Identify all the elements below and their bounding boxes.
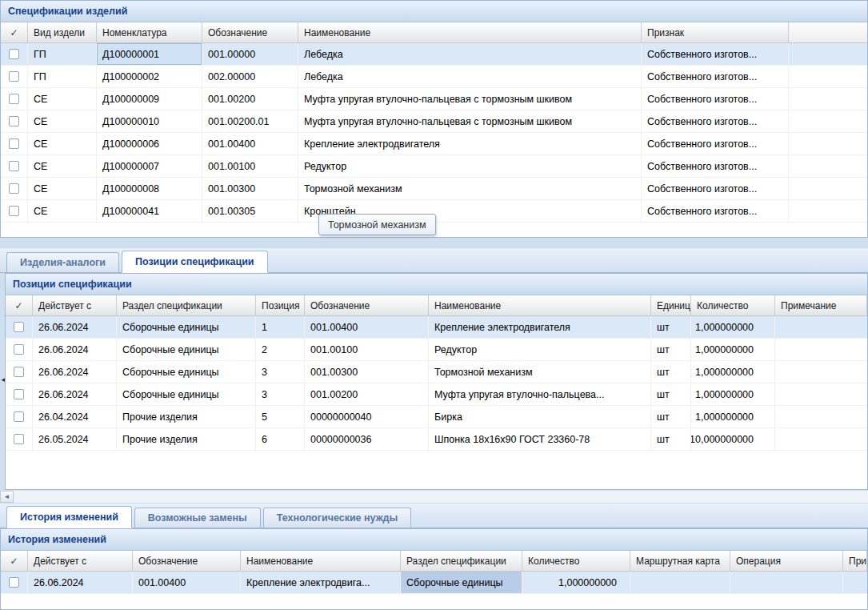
column-header-deystvuet-s[interactable]: Действует с <box>28 551 133 571</box>
table-row[interactable]: ГП Д100000001 001.00000 Лебедка Собствен… <box>1 43 867 66</box>
bottom-tabstrip: История изменений Возможные замены Техно… <box>0 504 868 528</box>
cell-edinitsa: шт <box>651 339 691 360</box>
table-row[interactable]: СЕ Д100000010 001.00200.01 Муфта упругая… <box>1 110 867 133</box>
table-row[interactable]: 26.06.2024 Сборочные единицы 3 001.00300… <box>6 361 867 383</box>
column-header-naimenovanie[interactable]: Наименование <box>298 22 642 42</box>
table-row[interactable]: 26.06.2024 Сборочные единицы 3 001.00200… <box>6 383 867 406</box>
column-header-oboznachenie[interactable]: Обозначение <box>305 295 429 315</box>
cell-primechanie <box>775 339 867 360</box>
column-header-pozitsiya[interactable]: Позиция ▲ <box>256 295 305 315</box>
tooltip: Тормозной механизм <box>318 214 436 235</box>
column-header-naimenovanie[interactable]: Наименование <box>429 295 651 315</box>
row-checkbox-cell <box>1 110 28 132</box>
row-checkbox[interactable] <box>9 71 19 82</box>
row-checkbox-cell <box>1 200 28 222</box>
cell-vid: СЕ <box>28 88 97 110</box>
cell-oboznachenie: 001.00400 <box>305 316 429 338</box>
tab-izdeliya-analogi[interactable]: Изделия-аналоги <box>6 252 119 272</box>
table-row[interactable]: 26.05.2024 Прочие изделия 6 00000000036 … <box>6 428 867 451</box>
tab-istoriya-izmeneniy[interactable]: История изменений <box>6 506 132 528</box>
cell-razdel: Сборочные единицы <box>117 339 256 360</box>
row-checkbox[interactable] <box>9 94 19 104</box>
cell-naimenovanie: Редуктор <box>298 155 642 177</box>
column-header-kolichestvo[interactable]: Количество <box>691 295 775 315</box>
column-header-naimenovanie[interactable]: Наименование <box>241 551 401 571</box>
row-checkbox[interactable] <box>9 577 19 588</box>
row-checkbox[interactable] <box>9 206 19 216</box>
row-checkbox[interactable] <box>14 367 24 377</box>
table-row[interactable]: СЕ Д100000009 001.00200 Муфта упругая вт… <box>1 88 867 110</box>
select-all-header[interactable]: ✓ <box>1 551 28 571</box>
cell-priznak: Собственного изготов... <box>642 178 789 199</box>
cell-operatsiya <box>730 572 843 593</box>
cell-oboznachenie: 001.00400 <box>133 572 241 593</box>
column-header-priznak[interactable]: Признак <box>642 22 789 42</box>
cell-oboznachenie: 001.00200 <box>202 88 298 110</box>
cell-priznak: Собственного изготов... <box>642 133 789 155</box>
row-checkbox[interactable] <box>9 138 19 149</box>
cell-nomenklatura: Д100000007 <box>97 155 202 177</box>
column-header-oboznachenie[interactable]: Обозначение <box>133 551 241 571</box>
column-header-primechanie[interactable]: Примечание <box>775 295 867 315</box>
horizontal-scrollbar[interactable]: ◄ <box>0 490 868 503</box>
tab-vozmozhnye-zameny[interactable]: Возможные замены <box>134 508 261 528</box>
scroll-left-button[interactable]: ◄ <box>0 491 14 503</box>
cell-kolichestvo: 10,000000000 <box>691 428 775 450</box>
scroll-left-icon: ◄ <box>4 493 10 500</box>
spec-panel-title: Спецификации изделий <box>8 6 127 17</box>
column-header-operatsiya[interactable]: Операция <box>730 551 843 571</box>
row-checkbox[interactable] <box>9 116 19 126</box>
cell-nomenklatura: Д100000008 <box>97 178 202 199</box>
select-all-header[interactable]: ✓ <box>1 22 28 42</box>
positions-panel-header: Позиции спецификации <box>6 274 867 295</box>
cell-nomenklatura: Д100000006 <box>97 133 202 155</box>
column-header-razdel[interactable]: Раздел спецификации <box>117 295 256 315</box>
row-checkbox[interactable] <box>14 389 24 399</box>
cell-deystvuet-s: 26.06.2024 <box>33 316 117 338</box>
cell-primechanie <box>775 383 867 405</box>
cell-razdel: Сборочные единицы <box>117 361 256 383</box>
row-checkbox[interactable] <box>14 434 24 444</box>
cell-oboznachenie: 001.00200.01 <box>202 110 298 132</box>
table-row[interactable]: СЕ Д100000007 001.00100 Редуктор Собстве… <box>1 155 867 178</box>
cell-priznak: Собственного изготов... <box>642 155 789 177</box>
row-checkbox[interactable] <box>9 161 19 171</box>
row-checkbox[interactable] <box>9 183 19 194</box>
row-checkbox[interactable] <box>14 411 24 422</box>
table-row[interactable]: 26.06.2024 Сборочные единицы 2 001.00100… <box>6 339 867 361</box>
column-header-primechanie[interactable]: При <box>843 551 867 571</box>
table-row[interactable]: СЕ Д100000008 001.00300 Тормозной механи… <box>1 178 867 200</box>
table-row[interactable]: СЕ Д100000006 001.00400 Крепление электр… <box>1 133 867 155</box>
row-checkbox[interactable] <box>9 49 19 59</box>
cell-vid: ГП <box>28 66 97 87</box>
cell-oboznachenie: 001.00400 <box>202 133 298 155</box>
column-header-marshrutnaya-karta[interactable]: Маршрутная карта <box>630 551 730 571</box>
row-checkbox-cell <box>1 88 28 110</box>
row-checkbox[interactable] <box>14 344 24 355</box>
column-header-vid-izdeliya[interactable]: Вид издели <box>28 22 97 42</box>
column-header-oboznachenie[interactable]: Обозначение <box>202 22 298 42</box>
cell-kolichestvo: 1,000000000 <box>691 316 775 338</box>
column-header-kolichestvo[interactable]: Количество <box>522 551 630 571</box>
table-row[interactable]: 26.04.2024 Прочие изделия 5 00000000040 … <box>6 406 867 428</box>
table-row[interactable]: ГП Д100000002 002.00000 Лебедка Собствен… <box>1 66 867 88</box>
table-row[interactable]: 26.06.2024 Сборочные единицы 1 001.00400… <box>6 316 867 339</box>
row-checkbox-cell <box>1 43 28 65</box>
column-header-edinitsa[interactable]: Единица <box>651 295 691 315</box>
column-header-razdel[interactable]: Раздел спецификации <box>401 551 522 571</box>
cell-deystvuet-s: 26.06.2024 <box>28 572 133 593</box>
cell-filler <box>789 133 867 155</box>
cell-filler <box>789 110 867 132</box>
table-row[interactable]: 26.06.2024 001.00400 Крепление электродв… <box>1 572 867 594</box>
column-header-nomenklatura[interactable]: Номенклатура <box>97 22 202 42</box>
row-checkbox-cell <box>1 572 28 593</box>
row-checkbox[interactable] <box>14 322 24 332</box>
cell-naimenovanie: Крепление электродвигателя <box>429 316 651 338</box>
cell-priznak: Собственного изготов... <box>642 200 789 222</box>
column-header-label: Позиция <box>262 300 299 311</box>
tab-pozitsii-spetsifikatsii[interactable]: Позиции спецификации <box>122 251 268 273</box>
tab-tekhnologicheskie-nuzhdy[interactable]: Технологические нужды <box>263 508 411 528</box>
select-all-header[interactable]: ✓ <box>6 295 33 315</box>
check-icon: ✓ <box>10 556 18 567</box>
column-header-deystvuet-s[interactable]: Действует с <box>33 295 117 315</box>
